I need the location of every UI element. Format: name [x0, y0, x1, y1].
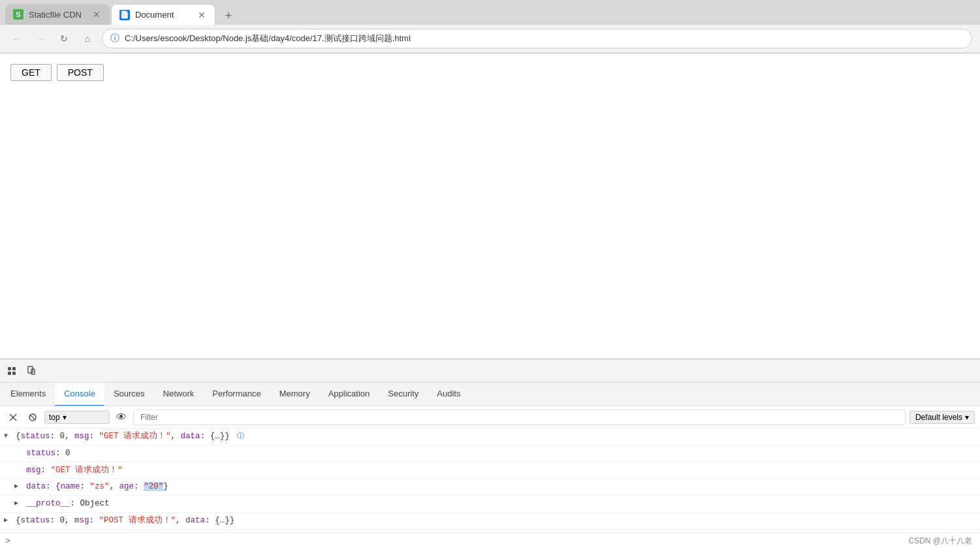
url-info-icon: ⓘ	[110, 33, 119, 44]
tab-staticfile-close[interactable]: ✕	[91, 8, 102, 21]
status-bar: CSDN @八十八老	[900, 534, 980, 548]
devtools-panel: Elements Console Sources Network Perform…	[0, 359, 980, 548]
back-button[interactable]: ←	[8, 29, 26, 48]
ban-icon-btn[interactable]	[25, 410, 40, 425]
svg-rect-2	[8, 372, 11, 375]
entry-2-summary: {status: 0, msg: "POST 请求成功！", data: {…}…	[16, 516, 234, 525]
document-favicon: 📄	[119, 10, 130, 20]
console-child-1-4: ▶ __proto__: Object	[0, 496, 980, 513]
refresh-button[interactable]: ↻	[55, 29, 73, 48]
page-buttons: GET POST	[10, 64, 970, 81]
tab-network[interactable]: Network	[154, 383, 204, 406]
levels-label: Default levels	[915, 413, 962, 422]
console-child-1-3: ▶ data: {name: "zs", age: "20"}	[0, 479, 980, 496]
clear-console-button[interactable]	[5, 410, 21, 425]
tab-performance[interactable]: Performance	[203, 383, 270, 406]
entry-1-info-icon[interactable]: ⓘ	[237, 432, 244, 440]
status-text: CSDN @八十八老	[908, 536, 972, 545]
tab-document-title: Document	[135, 10, 191, 20]
toggle-arrow-2[interactable]: ▶	[4, 515, 8, 525]
tab-memory[interactable]: Memory	[270, 383, 319, 406]
get-button[interactable]: GET	[10, 64, 52, 81]
console-toolbar: top ▾ 👁 Default levels ▾	[0, 406, 980, 428]
tab-staticfile-title: Staticfile CDN	[29, 10, 86, 20]
tab-security[interactable]: Security	[379, 383, 428, 406]
forward-button[interactable]: →	[31, 29, 50, 48]
context-arrow: ▾	[63, 413, 67, 422]
filter-wrapper	[133, 410, 906, 425]
console-output: ▼ {status: 0, msg: "GET 请求成功！", data: {……	[0, 428, 980, 532]
console-entry-2: ▶ {status: 0, msg: "POST 请求成功！", data: {…	[0, 513, 980, 530]
console-entry-1: ▼ {status: 0, msg: "GET 请求成功！", data: {……	[0, 428, 980, 445]
levels-button[interactable]: Default levels ▾	[909, 411, 975, 424]
child-1-2-text: msg: "GET 请求成功！"	[26, 466, 123, 475]
svg-rect-0	[8, 367, 11, 370]
toggle-arrow-1-4[interactable]: ▶	[14, 498, 18, 508]
entry-1-summary: {status: 0, msg: "GET 请求成功！", data: {…}}	[16, 432, 230, 441]
page-content: GET POST	[0, 54, 980, 347]
context-label: top	[49, 413, 60, 422]
eye-button[interactable]: 👁	[114, 410, 129, 425]
console-child-1-2: msg: "GET 请求成功！"	[0, 462, 980, 479]
svg-line-9	[30, 415, 35, 420]
tab-document[interactable]: 📄 Document ✕	[111, 4, 215, 25]
tab-document-close[interactable]: ✕	[197, 8, 207, 22]
cursor-icon-btn[interactable]	[3, 362, 21, 380]
levels-arrow: ▾	[965, 413, 969, 422]
home-button[interactable]: ⌂	[78, 29, 97, 48]
tab-audits[interactable]: Audits	[428, 383, 469, 406]
post-button[interactable]: POST	[57, 64, 104, 81]
svg-rect-1	[12, 367, 16, 370]
address-bar: ← → ↻ ⌂ ⓘ C:/Users/escook/Desktop/Node.j…	[0, 25, 980, 53]
tab-staticfile[interactable]: S Staticfile CDN ✕	[5, 4, 110, 25]
tab-sources[interactable]: Sources	[104, 383, 154, 406]
tab-elements[interactable]: Elements	[1, 383, 55, 406]
devtools-tabs: Elements Console Sources Network Perform…	[0, 383, 980, 406]
tab-bar: S Staticfile CDN ✕ 📄 Document ✕ +	[0, 0, 980, 25]
child-1-1-text: status: 0	[26, 449, 71, 458]
device-toggle-btn[interactable]	[22, 362, 40, 380]
url-text: C:/Users/escook/Desktop/Node.js基础/day4/c…	[125, 33, 964, 44]
staticfile-favicon: S	[13, 9, 24, 20]
new-tab-button[interactable]: +	[219, 7, 238, 25]
child-1-4-text: __proto__: Object	[26, 499, 110, 508]
console-input[interactable]	[14, 536, 975, 545]
console-prompt: >	[5, 536, 10, 545]
svg-rect-3	[12, 372, 16, 375]
toggle-arrow-1[interactable]: ▼	[4, 431, 8, 441]
filter-input[interactable]	[138, 411, 901, 423]
svg-rect-4	[28, 366, 33, 373]
toggle-arrow-1-3[interactable]: ▶	[14, 481, 18, 491]
child-1-3-text: data: {name: "zs", age: "20"}	[26, 482, 168, 491]
tab-console[interactable]: Console	[55, 383, 104, 406]
console-input-row: >	[0, 532, 980, 548]
tab-application[interactable]: Application	[319, 383, 379, 406]
devtools-icon-toolbar	[0, 359, 980, 383]
url-bar[interactable]: ⓘ C:/Users/escook/Desktop/Node.js基础/day4…	[102, 29, 972, 48]
context-select[interactable]: top ▾	[44, 411, 110, 424]
console-child-1-1: status: 0	[0, 445, 980, 462]
